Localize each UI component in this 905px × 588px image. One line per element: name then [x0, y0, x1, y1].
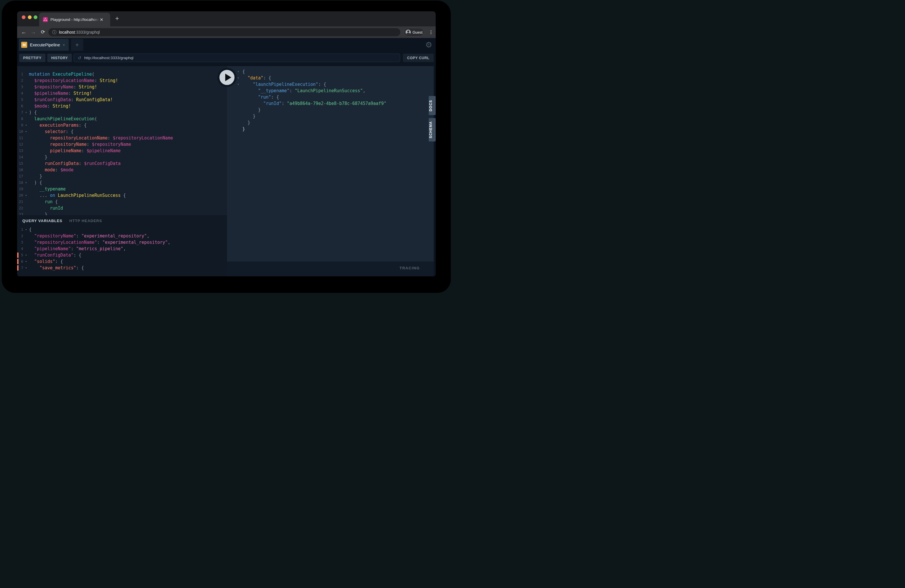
code-text: "solids": {	[29, 258, 63, 265]
settings-gear-icon[interactable]: ⚙	[423, 39, 435, 51]
code-line: 11 repositoryLocationName: $repositoryLo…	[17, 135, 227, 141]
new-tab-button[interactable]: +	[113, 15, 121, 22]
tab-title-fade	[93, 17, 99, 22]
session-tab-close-icon[interactable]: ×	[63, 43, 65, 47]
response-pane: ▾{▾ "data": {▾ "launchPipelineExecution"…	[227, 66, 433, 262]
endpoint-input[interactable]: ↺ http://localhost:3333/graphql	[74, 54, 400, 62]
session-tab-executepipeline[interactable]: M ExecutePipeline ×	[19, 39, 69, 51]
code-text: $runConfigData: RunConfigData!	[29, 97, 113, 103]
code-line: 17 }	[17, 173, 227, 180]
code-text: "pipelineName": "metrics_pipeline",	[29, 246, 126, 252]
profile-chip[interactable]: Guest	[404, 28, 424, 37]
fold-spacer	[23, 173, 29, 180]
endpoint-url: http://localhost:3333/graphql	[84, 56, 133, 60]
browser-menu-icon[interactable]: ⋮	[428, 26, 434, 38]
fold-spacer	[23, 239, 29, 246]
fold-spacer	[23, 167, 29, 173]
fold-arrow-icon[interactable]: ▾	[23, 258, 29, 265]
gutter: 7▾	[17, 109, 29, 116]
gutter: 21	[17, 199, 29, 205]
code-line: 10▾ selector: {	[17, 129, 227, 135]
address-bar[interactable]: ⓘ localhost:3333/graphql	[48, 28, 400, 36]
new-session-tab-button[interactable]: +	[71, 39, 83, 51]
site-info-icon[interactable]: ⓘ	[52, 30, 57, 35]
prettify-button[interactable]: PRETTIFY	[19, 54, 46, 62]
fold-spacer	[23, 135, 29, 141]
code-text: $mode: String!	[29, 103, 71, 109]
line-number: 13	[17, 148, 23, 154]
query-variables-code[interactable]: 1▾{2 "repositoryName": "experimental_rep…	[17, 215, 227, 271]
code-line: 7▾ "save_metrics": {	[17, 265, 227, 271]
gutter: 16	[17, 167, 29, 173]
line-number: 11	[17, 135, 23, 141]
traffic-light-zoom[interactable]	[33, 15, 37, 19]
fold-spacer	[227, 126, 240, 132]
gutter: 15	[17, 161, 29, 167]
fold-arrow-icon[interactable]: ▾	[23, 180, 29, 186]
code-text: }	[242, 119, 250, 126]
browser-tabstrip: Playground - http://localhost:3 ✕ +	[17, 11, 436, 26]
line-number: 9	[17, 122, 23, 129]
code-text: $pipelineName: String!	[29, 90, 92, 97]
endpoint-history-icon[interactable]: ↺	[78, 56, 81, 60]
history-button[interactable]: HISTORY	[47, 54, 72, 62]
gutter: 13	[17, 148, 29, 154]
gutter: 3	[17, 84, 29, 90]
tab-http-headers[interactable]: HTTP HEADERS	[69, 219, 102, 223]
fold-spacer	[227, 107, 240, 113]
browser-tab[interactable]: Playground - http://localhost:3 ✕	[39, 13, 110, 26]
line-number: 20	[17, 192, 23, 199]
query-variables-pane[interactable]: QUERY VARIABLESHTTP HEADERS 1▾{2 "reposi…	[17, 215, 227, 276]
code-text: run {	[29, 199, 58, 205]
fold-arrow-icon[interactable]: ▾	[23, 226, 29, 233]
traffic-light-close[interactable]	[22, 15, 25, 19]
query-editor-code[interactable]: 1mutation ExecutePipeline(2 $repositoryL…	[17, 66, 227, 215]
docs-side-tab[interactable]: DOCS	[429, 96, 436, 115]
fold-spacer	[23, 161, 29, 167]
line-number: 10	[17, 129, 23, 135]
code-line: 3 "repositoryLocationName": "experimenta…	[17, 239, 227, 246]
traffic-light-minimize[interactable]	[28, 15, 32, 19]
code-line: 22 runId	[17, 205, 227, 211]
graphql-logo-icon	[43, 18, 47, 21]
line-number: 3	[17, 84, 23, 90]
guest-avatar-icon	[406, 30, 411, 35]
fold-arrow-icon[interactable]: ▾	[23, 122, 29, 129]
code-line: }	[227, 113, 433, 119]
reload-icon[interactable]: ⟳	[39, 26, 47, 38]
gutter: 5▾	[17, 252, 29, 258]
copy-curl-button[interactable]: COPY CURL	[403, 54, 433, 62]
tab-close-icon[interactable]: ✕	[100, 17, 103, 22]
fold-arrow-icon[interactable]: ▾	[23, 109, 29, 116]
fold-spacer	[23, 116, 29, 122]
code-text: "run": {	[242, 94, 279, 100]
forward-icon[interactable]: →	[30, 26, 37, 38]
gutter: 3	[17, 239, 29, 246]
fold-spacer	[23, 103, 29, 109]
code-text: }	[242, 113, 256, 119]
tracing-bar[interactable]: TRACING	[227, 262, 433, 276]
gutter: 8	[17, 116, 29, 122]
back-icon[interactable]: ←	[20, 26, 27, 38]
code-text: "repositoryLocationName": "experimental_…	[29, 239, 170, 246]
line-number: 21	[17, 199, 23, 205]
fold-arrow-icon[interactable]: ▾	[23, 252, 29, 258]
execute-play-button[interactable]	[218, 68, 237, 87]
code-line: }	[227, 107, 433, 113]
query-editor-pane[interactable]: 1mutation ExecutePipeline(2 $repositoryL…	[17, 66, 227, 215]
code-text: mutation ExecutePipeline(	[29, 71, 95, 78]
code-text: "runConfigData": {	[29, 252, 81, 258]
tab-query-variables[interactable]: QUERY VARIABLES	[22, 219, 62, 223]
fold-spacer	[23, 97, 29, 103]
fold-spacer	[23, 84, 29, 90]
code-text: ) {	[29, 180, 42, 186]
fold-arrow-icon[interactable]: ▾	[23, 192, 29, 199]
fold-arrow-icon[interactable]: ▾	[23, 265, 29, 271]
fold-spacer	[227, 87, 240, 94]
code-text: "__typename": "LaunchPipelineRunSuccess"…	[242, 87, 365, 94]
fold-spacer	[23, 205, 29, 211]
fold-arrow-icon[interactable]: ▾	[23, 129, 29, 135]
gutter: 22	[17, 205, 29, 211]
schema-side-tab[interactable]: SCHEMA	[429, 118, 436, 141]
code-line: 19 __typename	[17, 186, 227, 192]
